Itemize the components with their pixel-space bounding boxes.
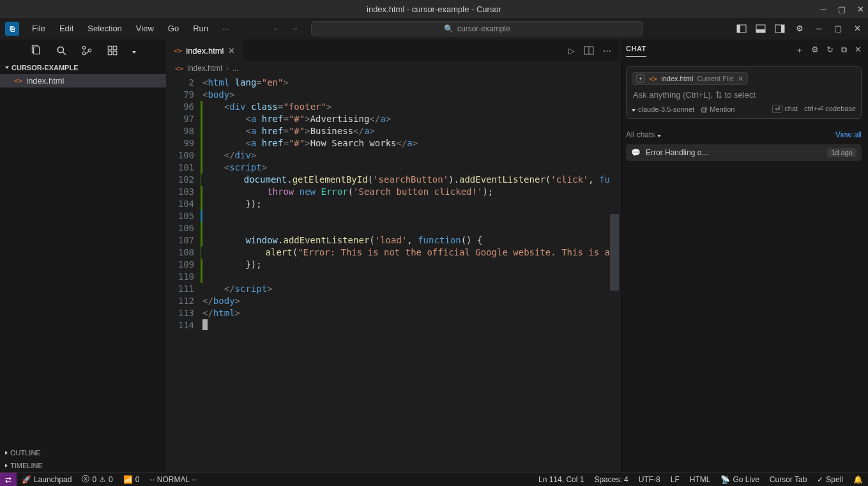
context-chip[interactable]: + <> index.html Current File ✕ — [632, 72, 748, 85]
html-file-icon: <> — [174, 47, 182, 55]
svg-rect-15 — [108, 51, 112, 55]
chat-history-icon[interactable]: ↻ — [826, 45, 834, 56]
file-name: index.html — [26, 76, 64, 86]
app-close-button[interactable]: ✕ — [851, 24, 863, 33]
menu-file[interactable]: File — [27, 21, 50, 36]
model-selector[interactable]: claude-3.5-sonnet — [632, 105, 694, 113]
new-chat-button[interactable]: ＋ — [795, 45, 803, 56]
svg-rect-13 — [108, 46, 112, 50]
menu-go[interactable]: Go — [163, 21, 184, 36]
os-titlebar: index.html - cursor-example - Cursor ─ ▢… — [0, 0, 868, 18]
svg-rect-7 — [34, 47, 40, 54]
app-minimize-button[interactable]: ─ — [813, 24, 825, 33]
line-gutter: 2799697989910010110210310410510610710810… — [166, 75, 201, 472]
breadcrumb[interactable]: <> index.html › ... — [166, 61, 619, 75]
close-window-button[interactable]: ✕ — [857, 4, 864, 14]
close-tab-button[interactable]: ✕ — [228, 46, 235, 56]
codebase-button[interactable]: ctrl+⏎ codebase — [804, 105, 856, 113]
nav-back-button[interactable]: ← — [270, 24, 283, 33]
nav-forward-button[interactable]: → — [288, 24, 301, 33]
add-context-button[interactable]: + — [636, 74, 645, 83]
menu-view[interactable]: View — [131, 21, 159, 36]
layout-right-icon[interactable] — [775, 24, 786, 34]
code-content[interactable]: <html lang="en"><body> <div class="foote… — [201, 75, 610, 472]
error-icon: ⓧ — [82, 474, 89, 485]
language-mode[interactable]: HTML — [685, 475, 716, 484]
problems-button[interactable]: ⓧ0 ⚠0 — [77, 474, 118, 485]
explorer-files-icon[interactable] — [30, 45, 42, 56]
cursor-position[interactable]: Ln 114, Col 1 — [533, 475, 589, 484]
remote-indicator[interactable]: ⇄ — [0, 473, 17, 486]
minimap[interactable] — [610, 75, 619, 472]
command-center-text: cursor-example — [457, 24, 510, 33]
run-icon[interactable]: ▷ — [568, 46, 575, 56]
split-editor-icon[interactable] — [584, 45, 594, 56]
context-badge: Current File — [697, 75, 733, 82]
chat-settings-icon[interactable]: ⚙ — [811, 45, 819, 56]
chat-history-item[interactable]: 💬 Error Handling o… 1d ago — [626, 144, 862, 161]
chat-header: CHAT ＋ ⚙ ↻ ⧉ ✕ — [620, 40, 868, 61]
window-controls: ─ ▢ ✕ — [821, 4, 864, 14]
chat-dock-icon[interactable]: ⧉ — [841, 45, 847, 56]
nav-arrows: ← → — [270, 24, 301, 33]
minimap-viewport[interactable] — [610, 214, 619, 291]
file-tree-item[interactable]: <> index.html — [0, 74, 166, 87]
menu-edit[interactable]: Edit — [54, 21, 79, 36]
outline-panel[interactable]: OUTLINE — [0, 446, 166, 459]
chat-input[interactable]: + <> index.html Current File ✕ Ask anyth… — [626, 66, 862, 119]
maximize-button[interactable]: ▢ — [838, 4, 846, 14]
vim-mode: -- NORMAL -- — [144, 475, 202, 484]
notifications-icon[interactable]: 🔔 — [848, 475, 868, 484]
minimize-button[interactable]: ─ — [821, 4, 826, 14]
explorer-header[interactable]: CURSOR-EXAMPLE — [0, 61, 166, 74]
encoding[interactable]: UTF-8 — [634, 475, 666, 484]
spell-check[interactable]: ✓ Spell — [812, 475, 848, 484]
chevron-down-icon — [5, 66, 9, 69]
chat-send-button[interactable]: ⏎ chat — [772, 105, 798, 113]
editor-area: <> index.html ✕ ▷ ⋯ <> index.html › ... … — [166, 40, 619, 472]
settings-gear-icon[interactable]: ⚙ — [794, 24, 805, 33]
search-icon: 🔍 — [444, 24, 453, 33]
eol[interactable]: LF — [666, 475, 685, 484]
chat-history: All chats View all 💬 Error Handling o… 1… — [620, 124, 868, 167]
sidebar-toolbar — [0, 40, 166, 61]
app-restore-button[interactable]: ▢ — [832, 24, 844, 33]
remove-context-button[interactable]: ✕ — [738, 75, 743, 83]
tabs-row: <> index.html ✕ ▷ ⋯ — [166, 40, 619, 61]
layout-bottom-icon[interactable] — [756, 24, 767, 34]
code-editor[interactable]: 2799697989910010110210310410510610710810… — [166, 75, 619, 472]
editor-tab[interactable]: <> index.html ✕ — [166, 40, 243, 61]
context-file: index.html — [661, 75, 693, 82]
window-title: index.html - cursor-example - Cursor — [367, 4, 501, 14]
menu-run[interactable]: Run — [188, 21, 213, 36]
menubar: ⎘ FileEditSelectionViewGoRun ··· ← → 🔍 c… — [0, 18, 868, 40]
svg-rect-5 — [781, 25, 784, 33]
all-chats-label[interactable]: All chats — [626, 130, 661, 139]
overflow-icon[interactable] — [132, 46, 136, 56]
search-icon[interactable] — [56, 45, 67, 56]
chat-panel: CHAT ＋ ⚙ ↻ ⧉ ✕ + <> index.html Current F… — [619, 40, 868, 472]
cursor-tab[interactable]: Cursor Tab — [765, 475, 812, 484]
sidebar: CURSOR-EXAMPLE <> index.html OUTLINE TIM… — [0, 40, 166, 472]
mention-button[interactable]: @ Mention — [701, 105, 735, 113]
extensions-icon[interactable] — [107, 45, 118, 56]
layout-left-icon[interactable] — [736, 24, 748, 34]
svg-rect-1 — [737, 25, 740, 33]
chevron-right-icon: › — [226, 64, 229, 73]
view-all-link[interactable]: View all — [835, 130, 862, 139]
source-control-icon[interactable] — [81, 45, 93, 56]
chat-title: CHAT — [626, 45, 646, 57]
menu-overflow[interactable]: ··· — [217, 21, 234, 36]
command-center[interactable]: 🔍 cursor-example — [311, 21, 643, 36]
go-live-button[interactable]: 📡 Go Live — [715, 475, 764, 484]
timeline-panel[interactable]: TIMELINE — [0, 459, 166, 472]
app-icon: ⎘ — [5, 22, 19, 36]
ports-button[interactable]: 📶 0 — [118, 475, 145, 484]
svg-line-9 — [63, 52, 66, 55]
tab-label: index.html — [186, 46, 224, 56]
launchpad-button[interactable]: 🚀 Launchpad — [17, 475, 77, 484]
indentation[interactable]: Spaces: 4 — [589, 475, 633, 484]
chat-close-button[interactable]: ✕ — [855, 45, 862, 56]
menu-selection[interactable]: Selection — [82, 21, 126, 36]
more-actions-icon[interactable]: ⋯ — [603, 46, 611, 56]
